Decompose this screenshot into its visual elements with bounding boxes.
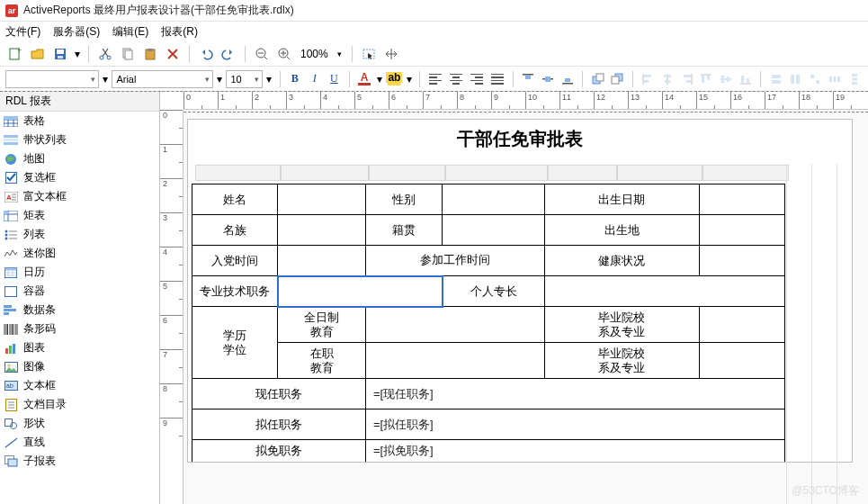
cell-fulltime-value[interactable] [365,307,544,343]
align-justify-button[interactable] [488,69,506,89]
cell-grad2-value[interactable] [699,343,784,379]
align-right-button[interactable] [468,69,486,89]
font-size-select[interactable]: 10 [226,70,263,88]
cell-specialty-value[interactable] [544,276,784,307]
cell-specialty-label[interactable]: 个人专长 [443,276,544,307]
col-selector[interactable] [195,165,281,181]
menu-report[interactable]: 报表(R) [161,24,198,40]
cell-gender-label[interactable]: 性别 [365,184,443,215]
menu-server[interactable]: 服务器(S) [53,24,100,40]
align-edges-middle-icon[interactable] [718,69,735,89]
tool-subreport[interactable]: 子报表 [0,452,159,471]
tool-matrix[interactable]: 矩表 [0,206,159,225]
distribute-h-icon[interactable] [827,69,844,89]
report-title[interactable]: 干部任免审批表 [188,120,852,164]
cell-proposed-post-field[interactable]: =[拟任职务] [365,410,784,440]
zoom-in-icon[interactable] [274,44,294,64]
cell-health-value[interactable] [699,246,784,276]
col-selector[interactable] [617,165,702,181]
cut-icon[interactable] [95,44,115,64]
table-row[interactable]: 拟任职务 =[拟任职务] [192,410,785,440]
table-row[interactable]: 在职教育 毕业院校系及专业 [192,343,785,379]
form-table[interactable]: 姓名 性别 出生日期 名族 籍贯 出生地 [192,184,785,462]
cell-grad-value[interactable] [699,307,784,343]
table-row[interactable]: 名族 籍贯 出生地 [192,215,785,246]
col-selector[interactable] [702,165,789,181]
cell-health-label[interactable]: 健康状况 [544,246,699,276]
align-edges-left-icon[interactable] [640,69,657,89]
table-row[interactable]: 专业技术职务 个人专长 [192,276,785,307]
new-report-icon[interactable]: + [5,44,25,64]
tool-banded-list[interactable]: 带状列表 [0,130,159,149]
valign-bottom-button[interactable] [559,69,577,89]
bold-button[interactable]: B [286,69,303,89]
distribute-v-icon[interactable] [846,69,863,89]
zoom-out-icon[interactable] [252,44,272,64]
cell-party-value[interactable] [278,246,365,276]
cell-dismiss-post-label[interactable]: 拟免职务 [192,440,366,462]
align-left-button[interactable] [426,69,444,89]
cell-native-value[interactable] [443,215,544,246]
select-mode-icon[interactable] [359,44,379,64]
tool-container[interactable]: 容器 [0,282,159,301]
tool-shape[interactable]: 形状 [0,414,159,433]
valign-top-button[interactable] [520,69,537,89]
font-color-dropdown-icon[interactable]: ▾ [375,69,383,89]
italic-button[interactable]: I [306,69,323,89]
cell-onjob-label[interactable]: 在职教育 [278,343,365,379]
col-selector[interactable] [281,165,369,181]
design-canvas[interactable]: 012345678910111213141516171819 012345678… [160,92,868,504]
tool-checkbox[interactable]: 复选框 [0,168,159,187]
tool-barcode[interactable]: 条形码 [0,320,159,338]
table-row[interactable]: 拟免职务 =[拟免职务] [192,440,785,462]
cell-current-post-label[interactable]: 现任职务 [192,379,366,410]
font-family-select[interactable]: Arial [112,70,212,88]
cell-name-label[interactable]: 姓名 [192,184,278,215]
delete-icon[interactable] [163,44,183,64]
col-selector[interactable] [548,165,617,181]
column-selectors[interactable] [192,165,852,181]
menu-file[interactable]: 文件(F) [5,24,40,40]
cell-birthdate-value[interactable] [699,184,784,215]
font-family-dropdown-icon[interactable]: ▾ [216,69,224,89]
tool-databar[interactable]: 数据条 [0,301,159,320]
cell-fulltime-label[interactable]: 全日制教育 [278,307,365,343]
cell-party-label[interactable]: 入党时间 [192,246,278,276]
report-body[interactable]: 干部任免审批表 姓名 [187,119,853,463]
cell-birthdate-label[interactable]: 出生日期 [544,184,699,215]
align-edges-right-icon[interactable] [678,69,695,89]
cell-nation-label[interactable]: 名族 [192,215,278,246]
cell-current-post-field[interactable]: =[现任职务] [365,379,784,410]
underline-button[interactable]: U [326,69,343,89]
highlight-dropdown-icon[interactable]: ▾ [406,69,414,89]
tool-sparkline[interactable]: 迷你图 [0,244,159,263]
cell-onjob-value[interactable] [365,343,544,379]
tool-chart[interactable]: 图表 [0,338,159,357]
cell-techtitle-label[interactable]: 专业技术职务 [192,276,278,307]
table-row[interactable]: 学历学位 全日制教育 毕业院校系及专业 [192,307,785,343]
save-icon[interactable] [50,44,70,64]
copy-icon[interactable] [118,44,138,64]
font-color-button[interactable]: A [356,69,373,89]
font-size-dropdown-icon[interactable]: ▾ [265,69,273,89]
tool-list[interactable]: 列表 [0,225,159,244]
cell-native-label[interactable]: 籍贯 [365,215,443,246]
align-center-button[interactable] [447,69,465,89]
paste-icon[interactable] [140,44,160,64]
tool-table[interactable]: 表格 [0,112,159,130]
tool-calendar[interactable]: 日历 [0,263,159,282]
tool-line[interactable]: 直线 [0,433,159,452]
table-row[interactable]: 入党时间 参加工作时间 健康状况 [192,246,785,276]
cell-nation-value[interactable] [278,215,365,246]
same-size-icon[interactable] [807,69,824,89]
send-back-button[interactable] [609,69,626,89]
open-icon[interactable] [28,44,48,64]
redo-icon[interactable] [219,44,238,64]
menu-edit[interactable]: 编辑(E) [112,24,148,40]
table-row[interactable]: 姓名 性别 出生日期 [192,184,785,215]
align-edges-center-icon[interactable] [658,69,676,89]
tool-richtext[interactable]: A富文本框 [0,187,159,206]
zoom-select[interactable]: 100%▾ [297,48,345,60]
cell-name-value[interactable] [278,184,365,215]
cell-birthplace-label[interactable]: 出生地 [544,215,699,246]
